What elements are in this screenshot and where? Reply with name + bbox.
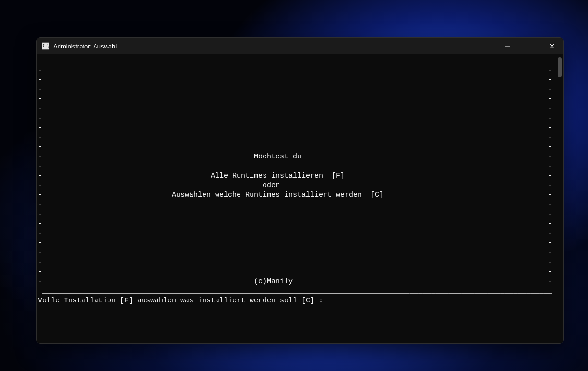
cmd-icon: C:\ [42, 42, 49, 50]
minimize-icon [505, 44, 510, 48]
terminal-output: ________________________________________… [37, 54, 556, 343]
maximize-button[interactable] [519, 38, 541, 54]
window-titlebar[interactable]: C:\ Administrator: Auswahl [37, 38, 563, 54]
desktop-wallpaper: C:\ Administrator: Auswahl [0, 0, 588, 371]
svg-rect-1 [528, 44, 532, 48]
maximize-icon [528, 44, 532, 48]
scrollbar-thumb[interactable] [558, 57, 562, 77]
window-title: Administrator: Auswahl [53, 43, 117, 50]
command-prompt-window: C:\ Administrator: Auswahl [36, 37, 564, 344]
close-icon [550, 44, 554, 48]
vertical-scrollbar[interactable] [556, 54, 563, 343]
terminal-client-area[interactable]: ________________________________________… [37, 54, 563, 343]
minimize-button[interactable] [497, 38, 519, 54]
close-button[interactable] [541, 38, 563, 54]
